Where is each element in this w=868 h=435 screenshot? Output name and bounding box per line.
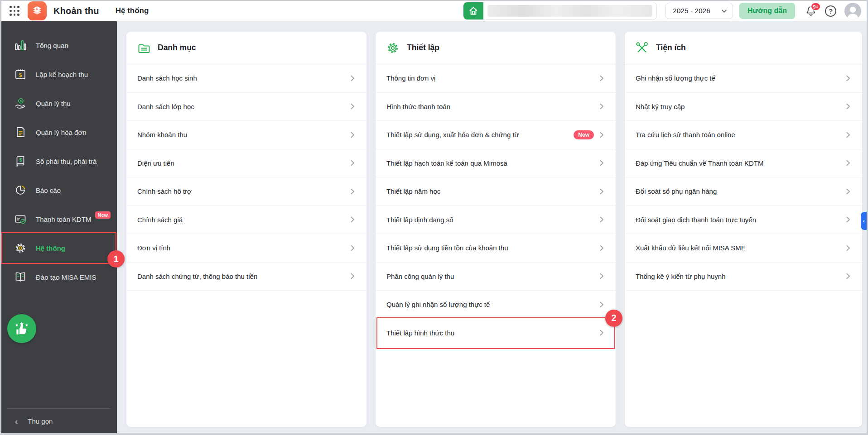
sidebar-item[interactable]: Báo cáo <box>1 176 117 205</box>
menu-row[interactable]: Thiết lập hình thức thu2 <box>376 319 616 348</box>
school-year-value: 2025 - 2026 <box>673 7 710 15</box>
menu-row-label: Thông tin đơn vị <box>386 74 435 82</box>
menu-row[interactable]: Danh sách chứng từ, thông báo thu tiền <box>126 263 366 291</box>
guide-button[interactable]: Hướng dẫn <box>739 3 795 19</box>
menu-row[interactable]: Thiết lập năm học <box>376 177 616 206</box>
menu-row[interactable]: Đối soát giao dịch thanh toán trực tuyến <box>625 206 862 234</box>
chevron-right-icon <box>598 188 605 195</box>
menu-row[interactable]: Thông tin đơn vị <box>376 64 616 93</box>
collapse-sidebar-button[interactable]: ‹ Thu gọn <box>1 409 117 433</box>
gear-icon <box>386 42 399 54</box>
school-year-select[interactable]: 2025 - 2026 <box>665 3 733 19</box>
svg-text:$: $ <box>19 72 22 78</box>
menu-row[interactable]: Tra cứu lịch sử thanh toán online <box>625 121 862 149</box>
menu-row-label: Nhóm khoản thu <box>137 131 187 139</box>
menu-row-label: Thiết lập hạch toán kế toán qua Mimosa <box>386 159 507 167</box>
card-thiet-lap: Thiết lập Thông tin đơn vịHình thức than… <box>376 32 616 427</box>
app-header: $ Khoản thu Hệ thống 2025 - 2026 Hướng d… <box>1 1 867 21</box>
menu-row[interactable]: Thiết lập hạch toán kế toán qua Mimosa <box>376 149 616 178</box>
sidebar-item[interactable]: Tổng quan <box>1 31 117 60</box>
sidebar-item-label: Tổng quan <box>36 42 68 49</box>
menu-row[interactable]: Thống kê ý kiến từ phụ huynh <box>625 263 862 291</box>
chevron-right-icon <box>349 216 356 223</box>
sidebar-item[interactable]: Hệ thống1 <box>1 234 117 263</box>
menu-row[interactable]: Thiết lập sử dụng tiền tồn của khoản thu <box>376 234 616 263</box>
user-avatar[interactable] <box>844 3 861 19</box>
card-danh-muc: Danh mục Danh sách học sinhDanh sách lớp… <box>126 32 366 427</box>
person-icon <box>844 4 861 19</box>
app-launcher-grid-icon[interactable] <box>9 5 20 17</box>
sidebar-item-label: Đào tạo MISA EMIS <box>36 273 96 281</box>
chevron-right-icon <box>598 330 605 336</box>
menu-row[interactable]: Phân công quản lý thu <box>376 263 616 291</box>
notification-count-badge: 9+ <box>810 2 821 11</box>
chevron-right-icon <box>598 216 605 223</box>
folder-icon <box>137 42 150 54</box>
menu-row-label: Chính sách giá <box>137 216 183 224</box>
chevron-right-icon <box>845 273 851 279</box>
expand-panel-tab[interactable]: ‹ <box>861 212 867 230</box>
card-title: Thiết lập <box>407 43 439 53</box>
menu-row[interactable]: Đối soát sổ phụ ngân hàng <box>625 177 862 206</box>
sidebar-item-label: Lập kế hoạch thu <box>36 71 88 78</box>
sidebar-item[interactable]: Đào tạo MISA EMIS <box>1 263 117 292</box>
menu-row[interactable]: Đáp ứng Tiêu chuẩn về Thanh toán KDTM <box>625 149 862 178</box>
sidebar-item[interactable]: $Quản lý thu <box>1 89 117 118</box>
menu-row[interactable]: Ghi nhận số lượng thực tế <box>625 64 862 93</box>
menu-row[interactable]: Xuất khẩu dữ liệu kết nối MISA SME <box>625 234 862 263</box>
organization-selector[interactable] <box>463 2 657 20</box>
ledger-icon: $ <box>14 155 26 167</box>
collapse-label: Thu gọn <box>28 417 53 425</box>
menu-row-label: Hình thức thanh toán <box>386 103 450 110</box>
menu-row[interactable]: Nhóm khoản thu <box>126 121 366 149</box>
menu-row[interactable]: Thiết lập sử dụng, xuất hóa đơn & chứng … <box>376 121 616 149</box>
sidebar-item[interactable]: Quản lý hóa đơn <box>1 118 117 147</box>
sidebar-item-label: Thanh toán KDTM <box>36 215 92 223</box>
card-tien-ich: Tiện ích Ghi nhận số lượng thực tếNhật k… <box>625 32 862 427</box>
card-title: Danh mục <box>158 43 196 53</box>
chevron-right-icon <box>598 160 605 166</box>
chevron-down-icon <box>721 8 727 14</box>
home-button[interactable] <box>463 2 483 20</box>
chevron-left-icon: ‹ <box>15 417 18 425</box>
menu-row-label: Đối soát giao dịch thanh toán trực tuyến <box>636 216 756 224</box>
menu-row-label: Quản lý ghi nhận số lượng thực tế <box>386 301 490 308</box>
menu-row[interactable]: Danh sách học sinh <box>126 64 366 93</box>
breadcrumb: Hệ thống <box>116 6 149 15</box>
menu-row[interactable]: Thiết lập định dạng số <box>376 206 616 234</box>
sidebar-item[interactable]: $Sổ phải thu, phải trả <box>1 147 117 176</box>
menu-row[interactable]: Đơn vị tính <box>126 234 366 263</box>
pie-chart-icon <box>14 184 26 196</box>
sidebar-item[interactable]: $Lập kế hoạch thu <box>1 60 117 89</box>
bar-chart-icon <box>14 39 26 51</box>
help-icon[interactable]: ? <box>825 5 836 17</box>
open-book-icon <box>14 271 26 283</box>
chevron-right-icon <box>845 75 851 81</box>
menu-row[interactable]: Quản lý ghi nhận số lượng thực tế <box>376 291 616 319</box>
chevron-right-icon <box>845 245 851 251</box>
chevron-right-icon <box>598 301 605 308</box>
home-icon <box>468 5 479 16</box>
chevron-right-icon <box>598 132 605 138</box>
invoice-icon <box>14 126 26 138</box>
feedback-button[interactable] <box>7 314 36 343</box>
chevron-right-icon <box>845 160 851 166</box>
thumbs-up-stars-icon <box>13 320 30 337</box>
menu-row-label: Danh sách chứng từ, thông báo thu tiền <box>137 272 257 280</box>
menu-row[interactable]: Chính sách giá <box>126 206 366 234</box>
notifications-bell-button[interactable]: 9+ <box>804 4 818 18</box>
gear-icon <box>14 242 26 254</box>
chevron-right-icon <box>845 132 851 138</box>
app-window: $ Khoản thu Hệ thống 2025 - 2026 Hướng d… <box>0 0 868 435</box>
khoan-thu-logo-icon: $ <box>28 1 47 20</box>
menu-row-label: Diện ưu tiên <box>137 159 174 167</box>
chevron-right-icon <box>349 132 356 138</box>
sidebar-item[interactable]: Thanh toán KDTMNew <box>1 205 117 234</box>
chevron-right-icon <box>349 188 356 195</box>
menu-row[interactable]: Danh sách lớp học <box>126 93 366 121</box>
menu-row[interactable]: Nhật ký truy cập <box>625 93 862 121</box>
menu-row[interactable]: Hình thức thanh toán <box>376 93 616 121</box>
menu-row[interactable]: Chính sách hỗ trợ <box>126 177 366 206</box>
menu-row[interactable]: Diện ưu tiên <box>126 149 366 178</box>
chevron-right-icon <box>349 75 356 81</box>
